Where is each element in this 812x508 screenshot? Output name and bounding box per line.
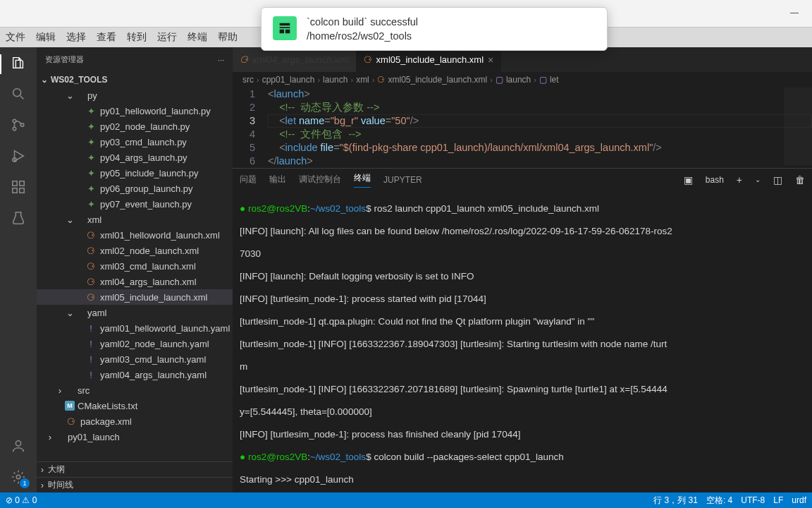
activity-bar: 1 [0, 47, 37, 492]
editor-tab-hidden[interactable]: ⚆xml04_args_launch.xml [233, 47, 357, 72]
file-label: py06_group_launch.py [100, 183, 193, 194]
eol-info[interactable]: LF [773, 495, 783, 505]
tree-item[interactable]: ⚆xml02_node_launch.xml [37, 243, 233, 258]
shell-icon[interactable]: ▣ [684, 174, 693, 186]
tree-item[interactable]: !yaml02_node_launch.yaml [37, 336, 233, 351]
tab-output[interactable]: 输出 [269, 174, 286, 186]
timeline-section[interactable]: ›时间线 [37, 477, 233, 492]
scm-icon[interactable] [10, 116, 27, 133]
menu-view[interactable]: 查看 [97, 31, 116, 44]
svg-rect-6 [13, 181, 17, 186]
terminal-body[interactable]: ● ros2@ros2VB:~/ws02_tools$ ros2 launch … [233, 190, 812, 492]
tree-item[interactable]: ⚆xml04_args_launch.xml [37, 274, 233, 289]
crumb[interactable]: launch [506, 75, 531, 85]
menu-terminal[interactable]: 终端 [187, 31, 207, 44]
tree-item[interactable]: !yaml01_helloworld_launch.yaml [37, 320, 233, 336]
crumb[interactable]: let [550, 75, 559, 85]
folder-yaml[interactable]: ⌄yaml [37, 305, 233, 320]
file-icon: ! [85, 370, 97, 380]
crumb[interactable]: launch [323, 75, 347, 85]
tab-jupyter[interactable]: JUPYTER [383, 175, 422, 185]
outline-section[interactable]: ›大纲 [37, 461, 233, 477]
tree-item[interactable]: ✦py07_event_launch.py [37, 196, 233, 212]
tab-debug-console[interactable]: 调试控制台 [299, 174, 341, 186]
tree-item[interactable]: ✦py02_node_launch.py [37, 119, 233, 134]
shell-label[interactable]: bash [706, 175, 724, 185]
menu-goto[interactable]: 转到 [127, 31, 147, 44]
tree-item[interactable]: !yaml04_args_launch.yaml [37, 367, 233, 382]
crumb[interactable]: cpp01_launch [262, 75, 315, 85]
debug-icon[interactable] [10, 147, 27, 164]
crumb[interactable]: xml05_include_launch.xml [388, 75, 487, 85]
chevron-down-icon: ⌄ [65, 90, 75, 101]
split-terminal-icon[interactable]: ◫ [773, 174, 782, 186]
svg-point-1 [13, 89, 21, 97]
tree-item[interactable]: ⚆xml01_helloworld_launch.xml [37, 227, 233, 243]
chevron-down-icon: ⌄ [65, 214, 75, 225]
test-icon[interactable] [10, 210, 27, 226]
folder-label: src [78, 385, 90, 396]
file-label: CMakeLists.txt [78, 401, 137, 411]
status-errors[interactable]: ⊘ 0 ⚠ 0 [6, 495, 37, 505]
outline-label: 大纲 [48, 464, 65, 476]
file-tree[interactable]: ⌄py ✦py01_helloworld_launch.py✦py02_node… [37, 87, 233, 461]
gear-icon[interactable]: 1 [10, 468, 27, 485]
notification-toast[interactable]: `colcon build` successful /home/ros2/ws0… [261, 7, 608, 51]
crumb[interactable]: src [242, 75, 254, 85]
file-cmakelists[interactable]: MCMakeLists.txt [37, 398, 233, 413]
menu-file[interactable]: 文件 [6, 31, 25, 44]
file-label: package.xml [80, 416, 132, 427]
account-icon[interactable] [10, 437, 27, 454]
cursor-position[interactable]: 行 3，列 31 [653, 495, 698, 507]
tree-item[interactable]: ✦py05_include_launch.py [37, 165, 233, 181]
trash-icon[interactable]: 🗑 [795, 174, 805, 186]
tree-item[interactable]: ⚆xml05_include_launch.xml [37, 289, 233, 305]
chevron-right-icon: › [317, 75, 320, 84]
xml-icon: ⚆ [65, 416, 78, 427]
file-package-xml[interactable]: ⚆package.xml [37, 413, 233, 429]
settings-badge: 1 [20, 478, 30, 488]
tree-item[interactable]: ✦py06_group_launch.py [37, 181, 233, 196]
folder-py[interactable]: ⌄py [37, 87, 233, 103]
indent-info[interactable]: 空格: 4 [706, 495, 732, 507]
more-icon[interactable]: ··· [218, 56, 224, 64]
explorer-icon[interactable] [10, 54, 27, 71]
file-label: yaml02_node_launch.yaml [100, 339, 209, 349]
svg-rect-9 [20, 181, 24, 186]
file-label: py02_node_launch.py [100, 121, 190, 132]
workspace-root[interactable]: ⌄ WS02_TOOLS [37, 72, 233, 87]
close-icon[interactable]: × [488, 54, 493, 66]
tree-item[interactable]: ⚆xml03_cmd_launch.xml [37, 258, 233, 274]
menu-run[interactable]: 运行 [157, 31, 177, 44]
code-body[interactable]: <launch> <!-- 动态导入参数 --> <let name="bg_r… [268, 87, 812, 168]
svg-point-10 [16, 441, 20, 446]
lang-info[interactable]: urdf [792, 495, 806, 505]
new-terminal-icon[interactable]: + [737, 174, 742, 186]
menu-select[interactable]: 选择 [66, 31, 86, 44]
chevron-down-icon: ⌄ [41, 75, 48, 85]
file-label: py05_include_launch.py [100, 168, 199, 179]
dropdown-icon[interactable]: ⌄ [755, 176, 761, 183]
chevron-down-icon: ⌄ [65, 308, 75, 318]
folder-py01launch[interactable]: ›py01_launch [37, 429, 233, 445]
code-editor[interactable]: 12 34 56 <launch> <!-- 动态导入参数 --> <let n… [233, 87, 812, 168]
file-label: yaml03_cmd_launch.yaml [100, 354, 206, 365]
minimize-button[interactable] [781, 4, 808, 23]
menu-edit[interactable]: 编辑 [36, 31, 56, 44]
folder-src[interactable]: ›src [37, 382, 233, 398]
tree-item[interactable]: ✦py03_cmd_launch.py [37, 134, 233, 150]
editor-tab-active[interactable]: ⚆xml05_include_launch.xml× [357, 47, 502, 72]
encoding-info[interactable]: UTF-8 [741, 495, 765, 505]
minimap[interactable] [784, 87, 812, 165]
tree-item[interactable]: !yaml03_cmd_launch.yaml [37, 351, 233, 367]
search-icon[interactable] [10, 85, 27, 102]
tab-problems[interactable]: 问题 [240, 174, 257, 186]
tree-item[interactable]: ✦py01_helloworld_launch.py [37, 103, 233, 119]
tab-terminal[interactable]: 终端 [354, 172, 371, 188]
extensions-icon[interactable] [10, 179, 27, 195]
crumb[interactable]: xml [356, 75, 369, 85]
tree-item[interactable]: ✦py04_args_launch.py [37, 150, 233, 165]
breadcrumb[interactable]: src› cpp01_launch› launch› xml› ⚆xml05_i… [233, 72, 812, 87]
folder-xml[interactable]: ⌄xml [37, 212, 233, 227]
menu-help[interactable]: 帮助 [218, 31, 238, 44]
